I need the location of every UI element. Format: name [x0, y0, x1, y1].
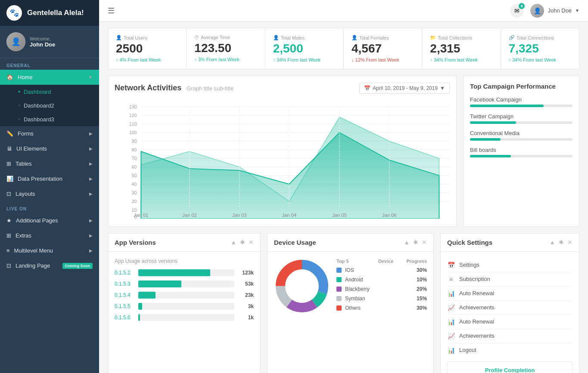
chart-subtitle: Graph title sub-title — [187, 85, 233, 92]
campaign-items: Facebook Campaign Twitter Campaign Conve… — [470, 96, 572, 157]
version-bar-1 — [138, 269, 210, 276]
sidebar-item-forms[interactable]: ✏️ Forms ▶ — [0, 126, 99, 141]
stat-value-total-females: 4,567 — [352, 42, 414, 55]
sidebar-item-landing[interactable]: ⊡ Landing Page Coming Soon — [0, 258, 99, 273]
others-name: Others — [345, 305, 410, 311]
auto-renewal2-label: Auto Renewal — [459, 318, 494, 325]
quick-settings-controls[interactable]: ▲ ✱ ✕ — [549, 239, 572, 246]
main-area: ☰ ✉ 6 👤 John Doe ▼ 👤 Total Users — [99, 0, 588, 373]
chevron-right-icon3: ▶ — [89, 161, 93, 166]
tables-icon: ⊞ — [6, 160, 11, 167]
svg-text:Jan 01: Jan 01 — [134, 213, 149, 218]
settings-item-achievements2[interactable]: 📈 Achievements — [447, 329, 572, 343]
stat-card-total-users: 👤 Total Users 2500 ↑ 4% From last Week — [108, 28, 187, 69]
sidebar-sub-dashboard3[interactable]: Dashboard3 — [0, 112, 99, 126]
close-icon3[interactable]: ✕ — [567, 239, 572, 246]
app-versions-card: App Versions ▲ ✱ ✕ App Usage across vers… — [108, 233, 261, 373]
svg-text:100: 100 — [129, 130, 137, 135]
svg-text:Jan 02: Jan 02 — [182, 213, 197, 218]
settings-icon[interactable]: ✱ — [240, 239, 245, 246]
svg-text:Jan 03: Jan 03 — [232, 213, 247, 218]
version-label-3[interactable]: 0.1.5.4 — [115, 292, 134, 298]
quick-settings-card: Quick Settings ▲ ✱ ✕ 📅 Settings — [440, 233, 579, 373]
blackberry-color — [336, 287, 342, 292]
collapse-icon3[interactable]: ▲ — [549, 239, 555, 246]
stat-change-average-time: ↑ 3% From last Week — [194, 57, 257, 62]
sidebar-item-extras[interactable]: ⊞ Extras ▶ — [0, 228, 99, 243]
version-label-1[interactable]: 0.1.5.2 — [115, 270, 134, 276]
settings-calendar-icon: 📅 — [447, 262, 455, 268]
svg-text:20: 20 — [132, 199, 137, 204]
version-bar-3 — [138, 292, 156, 299]
sidebar-avatar: 👤 — [6, 32, 25, 51]
sidebar-item-multilevel[interactable]: ≡ Multilevel Menu ▶ — [0, 243, 99, 258]
device-progress-label: Progress — [406, 259, 427, 264]
version-row-4: 0.1.5.5 3k — [115, 303, 254, 310]
settings-item-subscription[interactable]: ≡ Subscription — [447, 272, 572, 287]
date-picker-button[interactable]: 📅 April 10, 2019 - May 9, 2019 ▼ — [359, 83, 450, 94]
female-icon: 👤 — [352, 35, 358, 40]
auto-renewal-label: Auto Renewal — [459, 290, 494, 296]
menu-toggle-button[interactable]: ☰ — [108, 6, 115, 15]
svg-text:60: 60 — [132, 165, 137, 170]
sidebar-item-layouts[interactable]: ⊡ Layouts ▶ — [0, 186, 99, 201]
stat-card-total-females: 👤 Total Females 4,567 ↓ 12% From last We… — [344, 28, 422, 69]
stat-change-total-users: ↑ 4% From last Week — [116, 57, 178, 62]
achievements2-label: Achievements — [459, 333, 495, 339]
additional-pages-icon: ★ — [6, 217, 12, 224]
version-label-5[interactable]: 0.1.5.6 — [115, 314, 134, 321]
campaign-title: Top Campaign Performance — [470, 83, 572, 90]
clock-icon: ⏱ — [194, 35, 199, 40]
app-versions-controls[interactable]: ▲ ✱ ✕ — [230, 239, 254, 246]
forms-icon: ✏️ — [6, 130, 13, 137]
calendar-icon: 📅 — [364, 85, 370, 91]
sidebar-item-additional-pages[interactable]: ★ Additional Pages ▶ — [0, 213, 99, 228]
campaign-facebook-bar — [470, 105, 544, 107]
sidebar-brand: Gentelella Alela! — [27, 9, 84, 17]
device-usage-body: Top 5 Device Progress IOS 30% — [268, 252, 433, 322]
settings-item-achievements[interactable]: 📈 Achievements — [447, 301, 572, 315]
notification-bell-button[interactable]: ✉ 6 — [510, 4, 524, 18]
settings-item-logout[interactable]: 📊 Logout — [447, 343, 572, 357]
others-color — [336, 305, 342, 311]
subscription-label: Subscription — [459, 276, 490, 282]
user-menu-button[interactable]: 👤 John Doe ▼ — [530, 4, 579, 18]
close-icon[interactable]: ✕ — [249, 239, 254, 246]
collections-icon: 📁 — [430, 35, 436, 40]
device-usage-controls[interactable]: ▲ ✱ ✕ — [404, 239, 427, 246]
user-avatar-top: 👤 — [530, 4, 544, 18]
campaign-performance-card: Top Campaign Performance Facebook Campai… — [463, 76, 579, 227]
sidebar-item-home[interactable]: 🏠 Home ▼ — [0, 70, 99, 85]
campaign-item-twitter: Twitter Campaign — [470, 113, 572, 124]
collapse-icon2[interactable]: ▲ — [404, 239, 410, 246]
sidebar-layouts-label: Layouts — [16, 191, 35, 197]
sidebar-item-ui-elements[interactable]: 🖥 UI Elements ▶ — [0, 141, 99, 156]
sidebar-item-data-presentation[interactable]: 📊 Data Presentation ▶ — [0, 171, 99, 186]
sidebar-item-tables[interactable]: ⊞ Tables ▶ — [0, 156, 99, 171]
svg-text:10: 10 — [132, 208, 137, 213]
version-label-4[interactable]: 0.1.5.5 — [115, 303, 134, 309]
app-usage-subtitle: App Usage across versions — [115, 258, 254, 264]
sidebar-sub-dashboard2[interactable]: Dashboard2 — [0, 99, 99, 112]
device-row-blackberry: Blackberry 20% — [336, 286, 427, 292]
app-versions-title: App Versions — [115, 239, 156, 246]
profile-completion-title: Profile Completion — [453, 367, 567, 373]
donut-container: Top 5 Device Progress IOS 30% — [274, 258, 427, 315]
settings-icon2[interactable]: ✱ — [413, 239, 418, 246]
version-label-2[interactable]: 0.1.5.3 — [115, 281, 134, 287]
version-row-1: 0.1.5.2 123k — [115, 269, 254, 276]
settings-item-settings[interactable]: 📅 Settings — [447, 258, 572, 272]
stat-change-total-connections: ↑ 34% From last Week — [509, 57, 571, 62]
settings-item-auto-renewal2[interactable]: 📊 Auto Renewal — [447, 315, 572, 329]
sidebar-user: 👤 Welcome, John Doe — [0, 26, 99, 58]
close-icon2[interactable]: ✕ — [422, 239, 427, 246]
chevron-right-icon: ▶ — [89, 131, 93, 136]
settings-icon3[interactable]: ✱ — [559, 239, 564, 246]
version-value-3: 23k — [239, 292, 254, 298]
collapse-icon[interactable]: ▲ — [230, 239, 236, 246]
ios-color — [336, 268, 342, 273]
sidebar-section-live: LIVE ON — [0, 201, 99, 213]
campaign-billboards-name: Bill boards — [470, 147, 572, 153]
sidebar-sub-dashboard[interactable]: Dashboard — [0, 85, 99, 99]
settings-item-auto-renewal[interactable]: 📊 Auto Renewal — [447, 287, 572, 301]
